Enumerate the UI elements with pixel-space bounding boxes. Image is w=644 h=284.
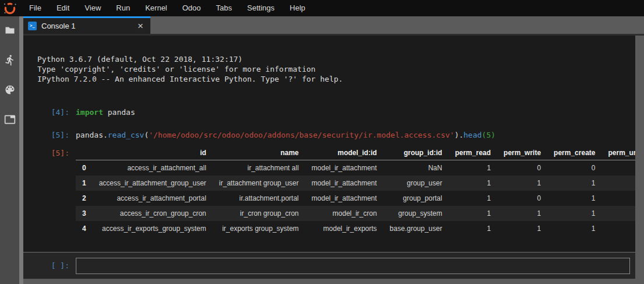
row-index: 1 [76, 176, 93, 191]
col-model-id-id: model_id:id [305, 147, 383, 160]
sidebar-splitter[interactable] [19, 16, 23, 284]
banner-line: Python 3.6.7 (default, Oct 22 2018, 11:3… [37, 54, 635, 64]
code-token: '/home/odoo/src/odoo/odoo/addons/base/se… [149, 131, 454, 139]
table-cell: model_ir_attachment [305, 160, 383, 176]
table-cell: 1 [601, 176, 635, 191]
table-cell: model_ir_attachment [305, 176, 383, 191]
table-cell: 0 [497, 191, 547, 206]
table-row: 0access_ir_attachment_allir_attachment a… [76, 160, 635, 176]
table-body: 0access_ir_attachment_allir_attachment a… [76, 160, 635, 237]
table-cell: 0 [497, 160, 547, 176]
table-cell: ir_exports group_system [213, 221, 305, 236]
table-cell: 1 [449, 176, 497, 191]
table-cell: access_ir_attachment_portal [93, 191, 213, 206]
console-output-area[interactable]: Python 3.6.7 (default, Oct 22 2018, 11:3… [23, 36, 635, 252]
table-cell: 1 [497, 206, 547, 221]
in5-code: pandas.read_csv('/home/odoo/src/odoo/odo… [76, 130, 495, 140]
table-cell: access_ir_attachment_group_user [93, 176, 213, 191]
code-token: read_csv [108, 131, 145, 139]
row-index: 4 [76, 221, 93, 236]
table-cell: 1 [547, 191, 601, 206]
table-cell: 1 [547, 176, 601, 191]
table-cell: 1 [449, 206, 497, 221]
tab-bar: >_ Console 1 × [23, 16, 644, 34]
table-cell: 1 [497, 221, 547, 236]
file-browser-icon[interactable] [4, 24, 16, 36]
table-cell: ir_attachment group_user [213, 176, 305, 191]
code-token: ). [455, 131, 464, 139]
output-cell-5: [5]: idnamemodel_id:idgroup_id:idperm_re… [23, 147, 635, 236]
menu-kernel[interactable]: Kernel [138, 0, 175, 16]
table-cell: 0 [547, 160, 601, 176]
table-cell: access_ir_attachment_all [93, 160, 213, 176]
table-cell: base.group_user [383, 221, 449, 236]
app-logo-icon [3, 1, 17, 15]
col-perm-unlink: perm_unlink [601, 147, 635, 160]
table-cell: 1 [497, 176, 547, 191]
table-cell: 1 [547, 221, 601, 236]
table-cell: ir_cron group_cron [213, 206, 305, 221]
in-prompt-4: [4]: [37, 107, 69, 117]
table-cell: ir.attachment.portal [213, 191, 305, 206]
row-index: 0 [76, 160, 93, 176]
code-input[interactable] [76, 258, 629, 274]
table-row: 1access_ir_attachment_group_userir_attac… [76, 176, 635, 191]
col-perm-create: perm_create [547, 147, 601, 160]
table-cell: 0 [601, 160, 635, 176]
console-banner: Python 3.6.7 (default, Oct 22 2018, 11:3… [37, 54, 635, 84]
row-index: 3 [76, 206, 93, 221]
code-input-box[interactable] [76, 258, 630, 274]
col-group-id-id: group_id:id [383, 147, 449, 160]
console-icon: >_ [28, 22, 37, 30]
table-cell: 1 [601, 221, 635, 236]
table-row: 2access_ir_attachment_portalir.attachmen… [76, 191, 635, 206]
table-cell: 0 [601, 191, 635, 206]
table-cell: group_system [383, 206, 449, 221]
left-sidebar [0, 16, 19, 284]
code-token: pandas [103, 108, 135, 117]
table-header-row: idnamemodel_id:idgroup_id:idperm_readper… [76, 147, 635, 160]
table-row: 4access_ir_exports_group_systemir_export… [76, 221, 635, 236]
menu-file[interactable]: File [22, 0, 49, 16]
console-panel: Python 3.6.7 (default, Oct 22 2018, 11:3… [23, 36, 644, 284]
code-token: pandas. [76, 131, 108, 139]
banner-line: Type 'copyright', 'credits' or 'license'… [37, 64, 635, 74]
col-id: id [93, 147, 213, 160]
table-cell: NaN [383, 160, 449, 176]
tab-close-icon[interactable]: × [135, 22, 146, 30]
table-cell: group_portal [383, 191, 449, 206]
table-cell: access_ir_exports_group_system [93, 221, 213, 236]
table-cell: model_ir_exports [305, 221, 383, 236]
col-perm-read: perm_read [449, 147, 497, 160]
menubar: FileEditViewRunKernelOdooTabsSettingsHel… [0, 0, 644, 16]
input-prompt-empty: [ ]: [37, 261, 69, 271]
console-widget: Python 3.6.7 (default, Oct 22 2018, 11:3… [23, 36, 635, 279]
table-row: 3access_ir_cron_group_cronir_cron group_… [76, 206, 635, 221]
table-cell: 1 [449, 221, 497, 236]
console-input-area: [ ]: [23, 252, 635, 279]
input-cell-5: [5]: pandas.read_csv('/home/odoo/src/odo… [23, 130, 635, 140]
code-token: import [76, 108, 103, 117]
banner-line: IPython 7.2.0 -- An enhanced Interactive… [37, 74, 635, 84]
col-perm-write: perm_write [497, 147, 547, 160]
tab-label: Console 1 [41, 22, 135, 30]
table-cell: group_user [383, 176, 449, 191]
app-shell: >_ Console 1 × Python 3.6.7 (default, Oc… [0, 16, 644, 284]
running-sessions-icon[interactable] [4, 54, 16, 66]
open-tabs-icon[interactable] [4, 114, 16, 125]
table-cell: ir_attachment all [213, 160, 305, 176]
menu-odoo[interactable]: Odoo [175, 0, 209, 16]
command-palette-icon[interactable] [4, 84, 16, 96]
table-cell: 1 [449, 191, 497, 206]
tab-console-1[interactable]: >_ Console 1 × [23, 16, 150, 34]
menu-edit[interactable]: Edit [49, 0, 77, 16]
menu-run[interactable]: Run [108, 0, 138, 16]
menu-settings[interactable]: Settings [240, 0, 282, 16]
menu-help[interactable]: Help [282, 0, 313, 16]
menu-tabs[interactable]: Tabs [209, 0, 240, 16]
table-cell: 1 [601, 206, 635, 221]
in-prompt-5: [5]: [37, 130, 69, 140]
menu-view[interactable]: View [77, 0, 108, 16]
code-token: (5) [482, 131, 495, 139]
dataframe-output: idnamemodel_id:idgroup_id:idperm_readper… [76, 147, 635, 236]
